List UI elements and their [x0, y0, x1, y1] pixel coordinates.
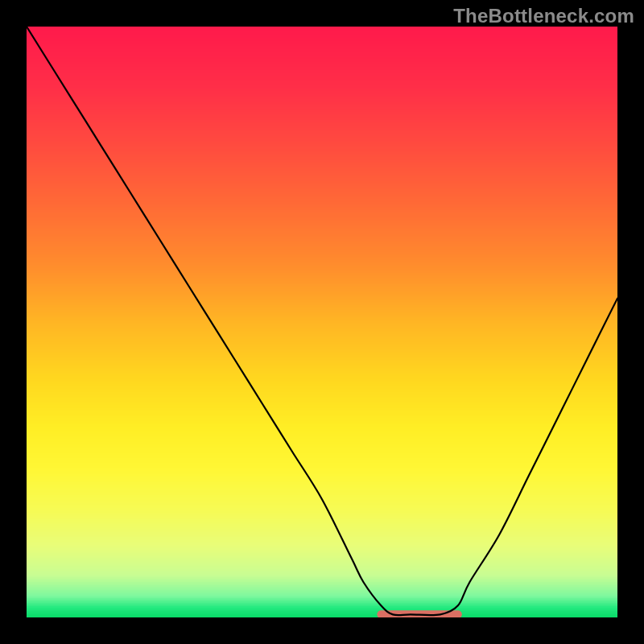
bottleneck-curve: [27, 27, 617, 617]
plot-area: [27, 27, 617, 617]
watermark-label: TheBottleneck.com: [453, 5, 634, 27]
chart-frame: TheBottleneck.com: [0, 0, 644, 644]
